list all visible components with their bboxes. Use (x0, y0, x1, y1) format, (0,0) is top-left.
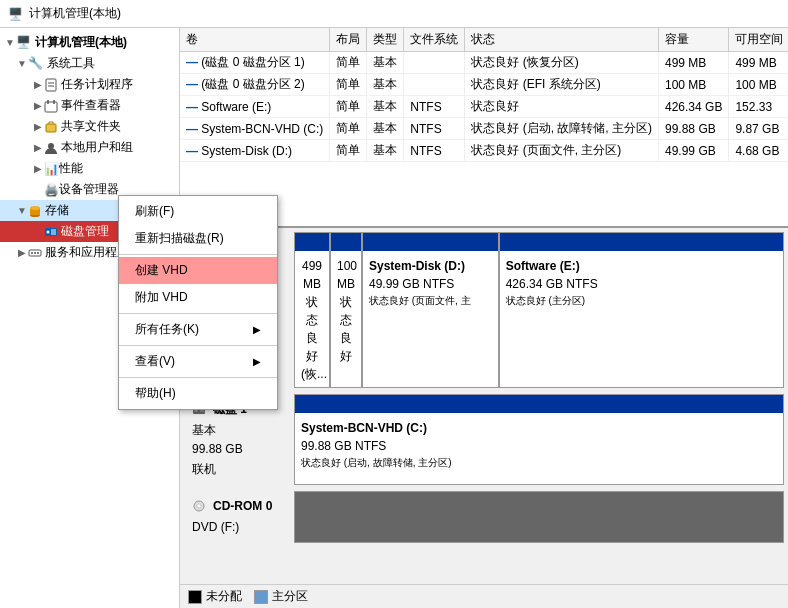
services-label: 服务和应用程序 (45, 244, 129, 261)
ctx-divider3 (119, 345, 277, 346)
disk1-p1[interactable]: System-BCN-VHD (C:) 99.88 GB NTFS 状态良好 (… (295, 395, 783, 484)
sidebar-item-performance[interactable]: ▶ 📊 性能 (0, 158, 179, 179)
disk1-partitions: System-BCN-VHD (C:) 99.88 GB NTFS 状态良好 (… (294, 394, 784, 485)
user-icon (44, 141, 58, 155)
computer-icon: 🖥️ (16, 35, 32, 51)
task-label: 任务计划程序 (61, 76, 133, 93)
cdrom0-label: CD-ROM 0 DVD (F:) (184, 491, 294, 543)
ctx-divider2 (119, 313, 277, 314)
system-tools-icon: 🔧 (28, 56, 44, 72)
ctx-attach-vhd[interactable]: 附加 VHD (119, 284, 277, 311)
table-row[interactable]: — (磁盘 0 磁盘分区 2)简单基本状态良好 (EFI 系统分区)100 MB… (180, 74, 788, 96)
disk0-p2[interactable]: 100 MB 状态良好 (331, 233, 363, 387)
cdrom0-partitions (294, 491, 784, 543)
context-menu: 刷新(F) 重新扫描磁盘(R) 创建 VHD 附加 VHD 所有任务(K) ▶ … (118, 195, 278, 410)
title-bar: 🖥️ 计算机管理(本地) (0, 0, 788, 28)
device-icon: 🖨️ (44, 183, 59, 197)
col-layout: 布局 (330, 28, 367, 52)
ctx-view[interactable]: 查看(V) ▶ (119, 348, 277, 375)
ctx-create-vhd[interactable]: 创建 VHD (119, 257, 277, 284)
col-type: 类型 (367, 28, 404, 52)
col-fs: 文件系统 (404, 28, 465, 52)
event-label: 事件查看器 (61, 97, 121, 114)
table-row[interactable]: — (磁盘 0 磁盘分区 1)简单基本状态良好 (恢复分区)499 MB499 … (180, 52, 788, 74)
disk1-size: 99.88 GB (192, 440, 286, 459)
storage-label: 存储 (45, 202, 69, 219)
computer-icon: 🖥️ (8, 7, 23, 21)
task-icon (44, 78, 58, 92)
ctx-divider1 (119, 254, 277, 255)
event-icon (44, 99, 58, 113)
sidebar-item-local-users[interactable]: ▶ 本地用户和组 (0, 137, 179, 158)
cdrom0-row: CD-ROM 0 DVD (F:) (184, 491, 784, 543)
ctx-refresh-label: 刷新(F) (135, 203, 174, 220)
title-text: 计算机管理(本地) (29, 5, 121, 22)
ctx-help-label: 帮助(H) (135, 385, 176, 402)
perf-icon: 📊 (44, 162, 59, 176)
system-tools-label: 系统工具 (47, 55, 95, 72)
tree-root-label: 计算机管理(本地) (35, 34, 127, 51)
ctx-help[interactable]: 帮助(H) (119, 380, 277, 407)
ctx-view-arrow: ▶ (253, 356, 261, 367)
sidebar-item-task-scheduler[interactable]: ▶ 任务计划程序 (0, 74, 179, 95)
disk1-type: 基本 (192, 421, 286, 440)
table-row[interactable]: — System-BCN-VHD (C:)简单基本NTFS状态良好 (启动, 故… (180, 118, 788, 140)
sidebar-item-shared-folders[interactable]: ▶ 共享文件夹 (0, 116, 179, 137)
col-status: 状态 (465, 28, 659, 52)
disk0-p4[interactable]: Software (E:) 426.34 GB NTFS 状态良好 (主分区) (500, 233, 783, 387)
legend-unallocated-box (188, 590, 202, 604)
ctx-all-tasks-arrow: ▶ (253, 324, 261, 335)
perf-label: 性能 (59, 160, 83, 177)
cdrom0-icon: CD-ROM 0 (192, 497, 286, 516)
share-icon (44, 120, 58, 134)
ctx-view-label: 查看(V) (135, 353, 175, 370)
volumes-table: 卷 布局 类型 文件系统 状态 容量 可用空间 — (磁盘 0 磁盘分区 1)简… (180, 28, 788, 162)
sidebar-item-event-viewer[interactable]: ▶ 事件查看器 (0, 95, 179, 116)
legend-bar: 未分配 主分区 (180, 584, 788, 608)
disk-mgr-icon (44, 225, 58, 239)
legend-primary-box (254, 590, 268, 604)
user-label: 本地用户和组 (61, 139, 133, 156)
ctx-all-tasks[interactable]: 所有任务(K) ▶ (119, 316, 277, 343)
col-volume: 卷 (180, 28, 330, 52)
legend-primary-label: 主分区 (272, 588, 308, 605)
storage-icon (28, 204, 42, 218)
ctx-create-vhd-label: 创建 VHD (135, 262, 188, 279)
disk0-p3[interactable]: System-Disk (D:) 49.99 GB NTFS 状态良好 (页面文… (363, 233, 500, 387)
ctx-rescan-label: 重新扫描磁盘(R) (135, 230, 224, 247)
legend-primary: 主分区 (254, 588, 308, 605)
ctx-rescan[interactable]: 重新扫描磁盘(R) (119, 225, 277, 252)
ctx-all-tasks-label: 所有任务(K) (135, 321, 199, 338)
legend-unallocated-label: 未分配 (206, 588, 242, 605)
ctx-refresh[interactable]: 刷新(F) (119, 198, 277, 225)
disk-mgr-label: 磁盘管理 (61, 223, 109, 240)
table-row[interactable]: — System-Disk (D:)简单基本NTFS状态良好 (页面文件, 主分… (180, 140, 788, 162)
table-row[interactable]: — Software (E:)简单基本NTFS状态良好426.34 GB152.… (180, 96, 788, 118)
col-capacity: 容量 (659, 28, 729, 52)
disk1-status: 联机 (192, 460, 286, 479)
legend-unallocated: 未分配 (188, 588, 242, 605)
disk0-p1[interactable]: 499 MB 状态良好 (恢... (295, 233, 331, 387)
ctx-attach-vhd-label: 附加 VHD (135, 289, 188, 306)
cdrom0-type: DVD (F:) (192, 518, 286, 537)
tree-root[interactable]: ▼ 🖥️ 计算机管理(本地) (0, 32, 179, 53)
share-label: 共享文件夹 (61, 118, 121, 135)
sidebar-item-system-tools[interactable]: ▼ 🔧 系统工具 (0, 53, 179, 74)
services-icon (28, 246, 42, 260)
disk0-partitions: 499 MB 状态良好 (恢... 100 MB 状态良好 System-Dis… (294, 232, 784, 388)
col-free: 可用空间 (729, 28, 788, 52)
ctx-divider4 (119, 377, 277, 378)
device-label: 设备管理器 (59, 181, 119, 198)
